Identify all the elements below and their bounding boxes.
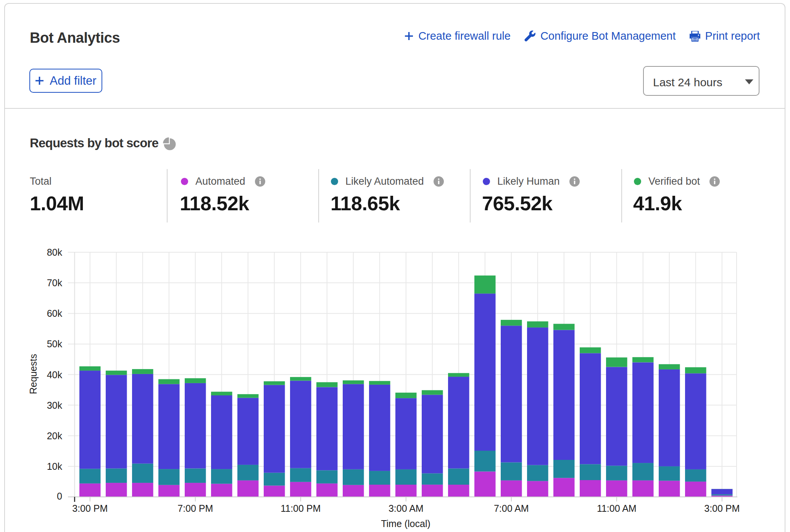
svg-text:60k: 60k <box>47 308 63 319</box>
svg-text:10k: 10k <box>47 461 63 472</box>
svg-text:50k: 50k <box>47 339 63 349</box>
svg-text:11:00 PM: 11:00 PM <box>281 503 321 514</box>
svg-text:40k: 40k <box>47 369 63 380</box>
svg-text:3:00 PM: 3:00 PM <box>704 503 740 514</box>
svg-text:30k: 30k <box>47 400 63 411</box>
svg-text:20k: 20k <box>47 430 63 441</box>
svg-text:0: 0 <box>57 491 62 501</box>
svg-text:3:00 AM: 3:00 AM <box>389 503 424 514</box>
svg-text:Time (local): Time (local) <box>381 518 430 529</box>
svg-text:7:00 AM: 7:00 AM <box>494 503 529 514</box>
svg-text:7:00 PM: 7:00 PM <box>177 503 213 514</box>
svg-text:70k: 70k <box>47 277 63 288</box>
svg-text:80k: 80k <box>47 247 63 258</box>
svg-text:Requests: Requests <box>28 354 39 394</box>
svg-text:3:00 PM: 3:00 PM <box>72 503 108 514</box>
svg-text:11:00 AM: 11:00 AM <box>597 503 637 514</box>
